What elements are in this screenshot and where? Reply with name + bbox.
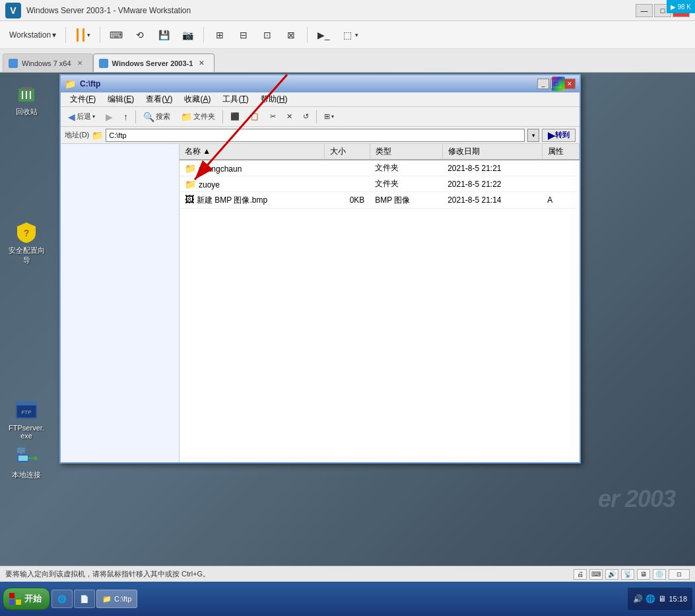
col-date-header[interactable]: 修改日期 [442, 144, 542, 160]
window1-button[interactable]: ⊞ [209, 26, 230, 44]
tab-win7-close[interactable]: ✕ [75, 59, 84, 67]
pause-button[interactable]: ▾ [71, 26, 94, 44]
up-button[interactable]: ↑ [119, 109, 133, 125]
file-type-icon: 🖼 [185, 194, 194, 205]
action2-icon: 📋 [250, 112, 259, 121]
menu-tools[interactable]: 工具(T) [217, 92, 253, 106]
status-icon-keyboard: ⌨ [589, 569, 603, 580]
folders-label: 文件夹 [193, 112, 215, 121]
local-connect-label: 本地连接 [12, 470, 41, 480]
snapshot3-button[interactable]: 📷 [177, 26, 198, 44]
taskbar-ftp-button[interactable]: 📁 C:\ftp [96, 590, 137, 608]
forward-button[interactable]: ▶ [101, 109, 117, 125]
back-button[interactable]: ◀ 后退 ▾ [63, 109, 100, 125]
file-name: 📁shangchaun [180, 160, 325, 176]
table-row[interactable]: 📁shangchaun 文件夹 2021-8-5 21:21 [180, 160, 579, 176]
file-date: 2021-8-5 21:14 [442, 192, 542, 209]
status-text: 要将输入定向到该虚拟机，请将鼠标指针移入其中或按 Ctrl+G。 [5, 569, 210, 579]
fullscreen-button[interactable]: ⬚ ▾ [337, 26, 362, 44]
file-type: 文件夹 [370, 176, 442, 192]
svg-rect-22 [18, 456, 28, 461]
folders-icon: 📁 [181, 112, 192, 122]
tab-win2003[interactable]: Windows Server 2003-1 ✕ [93, 53, 215, 72]
col-name-header[interactable]: 名称 ▲ [180, 144, 325, 160]
local-connect-icon[interactable]: 本地连接 [5, 442, 48, 483]
col-size-header[interactable]: 大小 [325, 144, 370, 160]
menu-edit[interactable]: 编辑(E) [102, 92, 139, 106]
action1-button[interactable]: ⬛ [226, 109, 244, 125]
file-name: 📁zuoye [180, 176, 325, 192]
window3-button[interactable]: ⊡ [257, 26, 278, 44]
recycle-bin-icon[interactable]: 回收站 [5, 79, 48, 120]
workstation-menu[interactable]: Workstation ▾ [5, 28, 60, 42]
action4-icon: ✕ [286, 112, 292, 121]
file-size: 0KB [325, 192, 370, 209]
view-dropdown: ▾ [331, 114, 334, 120]
start-button[interactable]: 开始 [3, 588, 50, 610]
search-button[interactable]: 🔍 搜索 [139, 109, 175, 125]
explorer-minimize-button[interactable]: _ [537, 79, 549, 89]
toolbar-sep-1 [135, 110, 136, 123]
toolbar-separator-2 [100, 27, 100, 43]
table-row[interactable]: 🖼新建 BMP 图像.bmp 0KB BMP 图像 2021-8-5 21:14… [180, 192, 579, 209]
action3-icon: ✂ [270, 112, 276, 121]
menu-file[interactable]: 文件(F) [65, 92, 101, 106]
address-input[interactable]: C:\ftp [106, 129, 525, 142]
vmware-logo-icon: V [5, 3, 21, 18]
file-table: 名称 ▲ 大小 类型 修改日期 属性 📁shangchaun 文件夹 2021-… [180, 144, 579, 209]
tab-win2003-close[interactable]: ✕ [197, 59, 206, 67]
tab-win7[interactable]: Windows 7 x64 ✕ [3, 53, 93, 72]
menu-view[interactable]: 查看(V) [141, 92, 178, 106]
file-table-header: 名称 ▲ 大小 类型 修改日期 属性 [180, 144, 579, 160]
keyboard-icon: ⌨ [110, 28, 123, 42]
svg-rect-23 [17, 448, 25, 453]
col-type-header[interactable]: 类型 [370, 144, 442, 160]
action5-button[interactable]: ↺ [298, 109, 314, 125]
taskbar-tray: 🔊 🌐 🖥 15:18 [628, 588, 692, 610]
explorer-titlebar: 📁 C:\ftp _ □ ✕ [61, 75, 579, 92]
toolbar-sep-2 [222, 110, 223, 123]
ftpserver-exe-icon[interactable]: FTP FTPserver.exe [5, 396, 48, 442]
security-config-icon[interactable]: ? 安全配置向导 [5, 218, 48, 268]
vmware-toolbar: Workstation ▾ ▾ ⌨ ⟲ 💾 📷 ⊞ ⊟ ⊡ ⊠ ▶_ ⬚ ▾ [0, 21, 695, 49]
minimize-button[interactable]: — [636, 4, 653, 17]
status-icon-sound: 🔊 [605, 569, 618, 580]
photo-icon: 📷 [181, 28, 194, 42]
view-button[interactable]: ⊞ ▾ [319, 109, 339, 125]
action4-button[interactable]: ✕ [282, 109, 297, 125]
table-row[interactable]: 📁zuoye 文件夹 2021-8-5 21:22 [180, 176, 579, 192]
up-icon: ↑ [123, 112, 128, 122]
snapshot2-button[interactable]: 💾 [153, 26, 174, 44]
menu-favorites[interactable]: 收藏(A) [179, 92, 216, 106]
taskbar-ftp-icon: 📁 [102, 595, 112, 603]
taskbar-ie-button[interactable]: 🌐 [51, 590, 73, 608]
window2-button[interactable]: ⊟ [233, 26, 254, 44]
col-attr-header[interactable]: 属性 [542, 144, 579, 160]
taskbar-ie-icon: 🌐 [57, 595, 67, 603]
send-ctrlaltdel-button[interactable]: ⌨ [106, 26, 127, 44]
pause-bar-2 [83, 28, 84, 42]
fullscreen-icon: ⬚ [341, 28, 354, 42]
status-resize-handle[interactable]: ⊡ [669, 569, 690, 580]
action3-button[interactable]: ✂ [265, 109, 281, 125]
snapshot-button[interactable]: ⟲ [129, 26, 150, 44]
workstation-label: Workstation [9, 30, 51, 40]
clock-time: 15:18 [669, 595, 687, 603]
folders-button[interactable]: 📁 文件夹 [176, 109, 220, 125]
address-go-button[interactable]: ▶ 转到 [542, 129, 576, 142]
action2-button[interactable]: 📋 [246, 109, 264, 125]
explorer-close-button[interactable]: ✕ [564, 79, 576, 89]
terminal-button[interactable]: ▶_ [313, 26, 334, 44]
explorer-menubar: 文件(F) 编辑(E) 查看(V) 收藏(A) 工具(T) 帮助(H) [61, 92, 579, 107]
workstation-dropdown-icon: ▾ [52, 30, 56, 40]
file-size [325, 160, 370, 176]
window4-button[interactable]: ⊠ [281, 26, 302, 44]
window4-icon: ⊠ [284, 28, 298, 42]
go-arrow-icon: ▶ [548, 130, 555, 141]
menu-help[interactable]: 帮助(H) [255, 92, 293, 106]
toolbar-separator-4 [307, 27, 308, 43]
tab-win2003-label: Windows Server 2003-1 [112, 59, 193, 67]
taskbar-doc-button[interactable]: 📄 [74, 590, 95, 608]
address-dropdown-button[interactable]: ▾ [527, 129, 539, 142]
taskbar-ftp-label: C:\ftp [114, 595, 131, 603]
